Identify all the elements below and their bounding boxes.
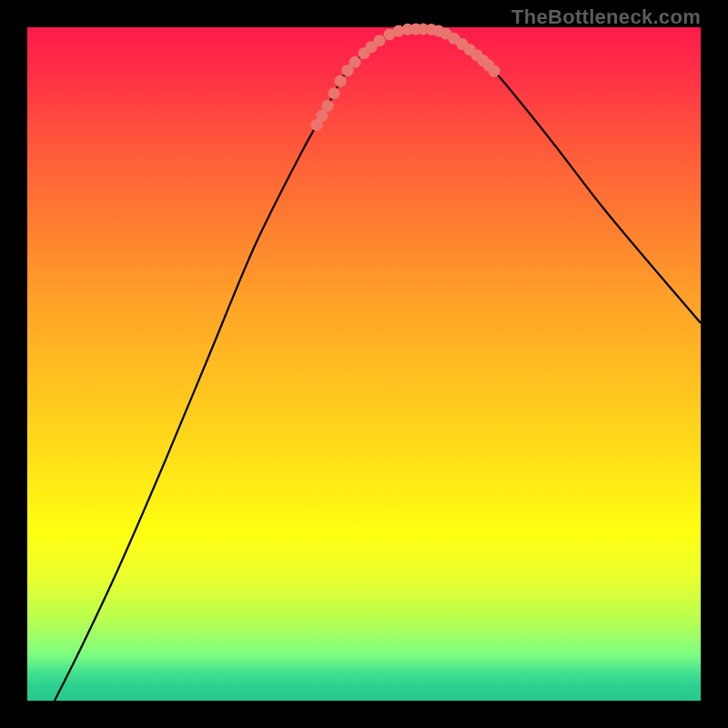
highlight-dot: [374, 35, 386, 46]
curve-line: [55, 29, 701, 701]
chart-plot-area: [27, 27, 701, 701]
highlight-dot: [489, 66, 500, 77]
bottleneck-curve: [27, 27, 701, 701]
highlight-dot: [349, 56, 361, 68]
highlight-dot: [335, 76, 347, 87]
highlight-dot: [322, 100, 334, 112]
highlighted-range-dots: [311, 24, 500, 131]
highlight-dot: [329, 87, 340, 99]
attribution-label: TheBottleneck.com: [511, 5, 701, 29]
